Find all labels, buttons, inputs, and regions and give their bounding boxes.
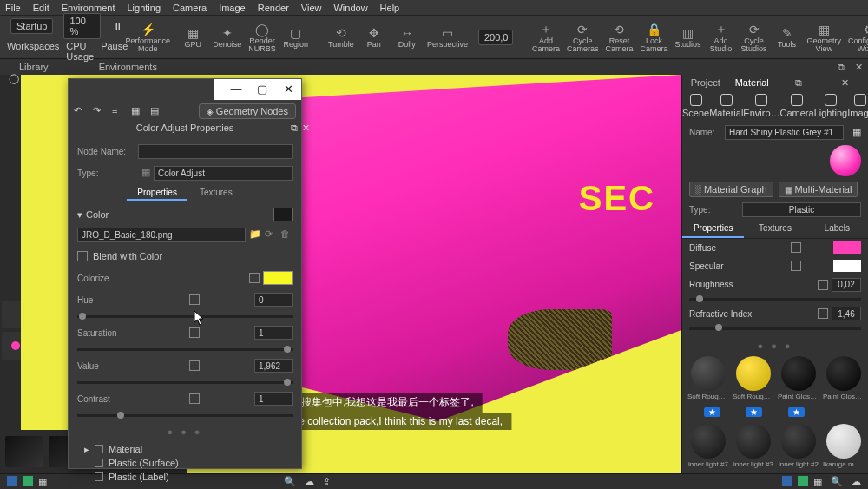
saturation-tex-toggle[interactable] (189, 327, 200, 338)
status-toggle[interactable] (798, 476, 808, 486)
folder-icon[interactable]: 📁 (249, 228, 261, 241)
contrast-slider[interactable] (77, 414, 293, 417)
menu-file[interactable]: File (5, 3, 21, 13)
toolbar-tools[interactable]: ✎Tools (771, 19, 804, 56)
tool-icon[interactable]: ≡ (112, 105, 124, 117)
geometry-nodes-button[interactable]: ◈ Geometry Nodes (199, 103, 296, 119)
menu-camera[interactable]: Camera (173, 3, 207, 13)
texture-file-field[interactable] (77, 228, 246, 242)
link-icon[interactable]: ▦ (852, 127, 861, 138)
menu-help[interactable]: Help (380, 3, 400, 13)
hue-tex-toggle[interactable] (189, 294, 200, 305)
refractive-tex-toggle[interactable] (818, 308, 828, 319)
hue-slider[interactable] (77, 315, 293, 318)
cpu-usage-label[interactable]: CPU Usage (66, 41, 94, 62)
color-swatch-dark[interactable] (273, 208, 293, 221)
toolbar-lock-camera[interactable]: 🔒Lock Camera (636, 19, 671, 56)
environments-tab[interactable]: Environments (87, 59, 169, 75)
menu-edit[interactable]: Edit (33, 3, 49, 13)
node-name-field[interactable] (138, 144, 293, 159)
colorize-tex-toggle[interactable] (249, 273, 260, 283)
fav-icon[interactable]: ★ (746, 407, 762, 417)
menu-window[interactable]: Window (333, 3, 367, 13)
toolbar-studios[interactable]: ▥Studios (671, 19, 704, 56)
pause-label[interactable]: Pause (101, 41, 128, 62)
roughness-value[interactable] (832, 278, 861, 292)
panel-close-icon[interactable]: ✕ (822, 75, 869, 90)
toolbar-cycle-cameras[interactable]: ⟳Cycle Cameras (563, 19, 602, 56)
toolbar-render-nurbs[interactable]: ◯Render NURBS (245, 19, 279, 56)
toolbar-configurator-wizard[interactable]: ⚙Configurator Wizard (845, 19, 868, 56)
specular-swatch[interactable] (833, 260, 861, 272)
material-item[interactable]: Paint Gloss … (778, 356, 819, 400)
tool-icon[interactable]: ▦ (131, 105, 143, 117)
material-item[interactable]: inner light #2 (778, 424, 819, 468)
project-tab[interactable]: Project (682, 75, 729, 90)
fav-icon[interactable]: ★ (704, 407, 720, 417)
window-maximize-icon[interactable]: ▢ (249, 79, 275, 100)
type-field[interactable] (154, 166, 293, 181)
menu-environment[interactable]: Environment (62, 3, 115, 13)
rp-tab-labels[interactable]: Labels (806, 220, 868, 238)
menu-render[interactable]: Render (258, 3, 289, 13)
window-minimize-icon[interactable]: — (223, 79, 249, 100)
blend-checkbox[interactable] (77, 251, 88, 261)
dialog-tab-textures[interactable]: Textures (189, 186, 243, 201)
refractive-slider[interactable] (689, 327, 861, 330)
cloud-icon[interactable]: ☁ (305, 476, 314, 487)
specular-tex-toggle[interactable] (791, 261, 801, 271)
startup-dropdown[interactable]: Startup (10, 18, 53, 34)
hue-value[interactable] (254, 293, 293, 307)
status-toggle[interactable] (23, 476, 33, 486)
upload-icon[interactable]: ⇪ (323, 476, 331, 487)
cloud-icon[interactable]: ☁ (852, 476, 861, 487)
filter-circle-icon[interactable]: ◯ (9, 73, 19, 84)
menu-lighting[interactable]: Lighting (127, 3, 161, 13)
tool-icon[interactable]: ▤ (150, 105, 162, 117)
contrast-value[interactable] (254, 392, 293, 406)
material-item[interactable]: Soft Rough… (733, 356, 774, 400)
dialog-close-icon[interactable]: ✕ (302, 122, 310, 134)
material-item[interactable]: inner light #3 (733, 424, 774, 468)
panel-popout-icon[interactable]: ⧉ (832, 59, 850, 75)
tree-surface-row[interactable]: Plastic (Surface) (77, 456, 293, 470)
menu-view[interactable]: View (301, 3, 322, 13)
material-graph-button[interactable]: ░ Material Graph (689, 182, 773, 197)
tree-material-row[interactable]: ▸Material (77, 442, 293, 456)
performance-mode-button[interactable]: ⚡Performance Mode (131, 19, 164, 56)
rp-icon-scene[interactable]: Scene (682, 94, 709, 118)
tool-icon[interactable]: ↶ (74, 105, 86, 117)
material-item[interactable]: Ikaruga me… (823, 424, 865, 468)
toolbar-dolly[interactable]: ↔Dolly (391, 19, 424, 56)
multi-material-button[interactable]: ▦ Multi-Material (779, 182, 858, 197)
rp-icon-image[interactable]: Image (847, 94, 868, 118)
pause-button[interactable]: ⏸ (108, 21, 128, 31)
collapse-icon[interactable]: ▾ (77, 209, 82, 221)
dialog-popout-icon[interactable]: ⧉ (291, 122, 298, 134)
value-slider[interactable] (77, 381, 293, 384)
menu-image[interactable]: Image (219, 3, 246, 13)
refresh-icon[interactable]: ⟳ (265, 228, 277, 241)
material-tab[interactable]: Material (729, 75, 776, 90)
value-tex-toggle[interactable] (189, 360, 200, 371)
material-item[interactable]: Soft Rough… (687, 356, 729, 400)
fav-icon[interactable]: ★ (788, 407, 805, 417)
mat-type-field[interactable] (742, 202, 861, 217)
swatch-tile[interactable] (5, 436, 43, 467)
panel-popout-icon[interactable]: ⧉ (775, 75, 822, 90)
refractive-value[interactable] (832, 307, 861, 320)
toolbar-add-camera[interactable]: ＋Add Camera (529, 19, 563, 56)
toolbar-tumble[interactable]: ⟲Tumble (325, 19, 358, 56)
trash-icon[interactable]: 🗑 (280, 228, 293, 241)
toolbar-cycle-studios[interactable]: ⟳Cycle Studios (738, 19, 771, 56)
mat-name-field[interactable] (725, 125, 844, 140)
tool-icon[interactable]: ↷ (93, 105, 105, 117)
value-value[interactable] (254, 359, 293, 373)
rp-tab-textures[interactable]: Textures (744, 220, 806, 238)
toolbar-perspective[interactable]: ▭Perspective (424, 19, 471, 56)
diffuse-swatch[interactable] (833, 241, 861, 254)
roughness-tex-toggle[interactable] (818, 280, 828, 290)
status-toggle[interactable] (7, 476, 17, 486)
rp-icon-material[interactable]: Material (709, 94, 743, 118)
panel-close-icon[interactable]: ✕ (850, 59, 868, 75)
